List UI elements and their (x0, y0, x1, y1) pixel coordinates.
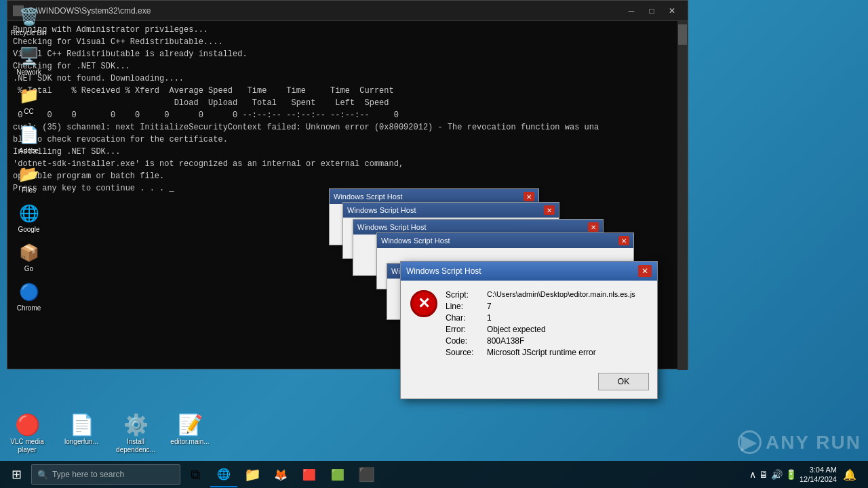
ghost-titlebar-1: Windows Script Host ✕ (343, 203, 559, 218)
source-label: Source: (446, 348, 483, 357)
line-row: Line: 7 (446, 302, 648, 311)
search-placeholder: Type here to search (52, 470, 124, 479)
tray-battery[interactable]: 🔋 (785, 469, 797, 480)
desktop-icon-img-6: 📦 (18, 242, 40, 264)
main-dialog-title: Windows Script Host (406, 266, 638, 276)
bottom-icon-1[interactable]: 📄 longerfun... (58, 411, 105, 454)
desktop-icon-chrome[interactable]: 🔵 Chrome (3, 279, 54, 315)
error-icon: ✕ (410, 290, 437, 317)
bottom-icon-img-2: ⚙️ (122, 411, 149, 438)
cmd-line: 0 0 0 0 0 0 0 0 --:--:-- --:--:-- --:--:… (13, 109, 682, 121)
tray-volume[interactable]: 🔊 (771, 469, 783, 480)
cmd-line: ble to check revocation for the certific… (13, 134, 682, 146)
cmd-line: 'dotnet-sdk-installer.exe' is not recogn… (13, 158, 682, 170)
desktop-icon-img-0: 🗑️ (18, 6, 40, 28)
window-controls: ─ □ ✕ (621, 4, 682, 18)
code-row: Code: 800A138F (446, 336, 648, 346)
edge-taskbar[interactable]: 🌐 (210, 462, 237, 487)
cmd-content: Running with Administrator privileges...… (7, 21, 688, 197)
desktop-icon-img-3: 📄 (18, 124, 40, 146)
start-button[interactable]: ⊞ (3, 461, 30, 488)
ghost-close-2[interactable]: ✕ (588, 222, 599, 232)
maximize-button[interactable]: □ (642, 4, 662, 18)
bottom-icon-img-3: 📝 (176, 411, 203, 438)
desktop-icon-label-6: Go (24, 265, 33, 273)
bottom-icon-3[interactable]: 📝 editor.main... (166, 411, 214, 454)
cmd-titlebar: ■ C:\WINDOWS\System32\cmd.exe ─ □ ✕ (7, 1, 688, 21)
minimize-button[interactable]: ─ (621, 4, 642, 18)
close-button[interactable]: ✕ (662, 4, 682, 18)
char-row: Char: 1 (446, 313, 648, 323)
taskbar-search[interactable]: 🔍 Type here to search (31, 464, 180, 485)
firefox-taskbar[interactable]: 🦊 (267, 462, 294, 487)
cmd-scrollbar-thumb (678, 24, 687, 45)
anyrun-watermark: ▶ ANY RUN (738, 430, 861, 454)
bottom-icon-label-0: VLC media player (3, 438, 51, 454)
ghost-title-3: Windows Script Host (381, 237, 618, 245)
source-value: Microsoft JScript runtime error (487, 348, 596, 357)
taskbar-right: ∧ 🖥 🔊 🔋 3:04 AM 12/14/2024 🔔 (749, 462, 865, 487)
taskbar: ⊞ 🔍 Type here to search ⧉ 🌐 📁 🦊 🟥 🟩 ⬛ ∧ … (0, 461, 868, 488)
dialog-details: Script: C:\Users\admin\Desktop\editor.ma… (446, 290, 648, 359)
desktop-icon-go[interactable]: 📦 Go (3, 239, 54, 276)
script-value: C:\Users\admin\Desktop\editor.main.nls.e… (487, 290, 635, 300)
cmd-taskbar[interactable]: ⬛ (353, 462, 380, 487)
anyrun-play-icon: ▶ (738, 430, 762, 454)
desktop-icon-google[interactable]: 🌐 Google (3, 200, 54, 237)
tray-expand[interactable]: ∧ (749, 469, 756, 480)
system-tray: ∧ 🖥 🔊 🔋 (749, 469, 797, 480)
cmd-line: Checking for .NET SDK... (13, 60, 682, 73)
desktop-icon-network[interactable]: 🖥️ Network (3, 43, 54, 79)
anyrun-text: ANY RUN (766, 432, 861, 453)
desktop-icons-bottom: 🔴 VLC media player 📄 longerfun... ⚙️ Ins… (3, 411, 214, 454)
notification-button[interactable]: 🔔 (840, 462, 860, 487)
main-dialog-titlebar: Windows Script Host ✕ (401, 262, 657, 281)
script-label: Script: (446, 290, 483, 300)
explorer-taskbar[interactable]: 📁 (239, 462, 266, 487)
bottom-icon-2[interactable]: ⚙️ Install dependenc... (112, 411, 159, 454)
bottom-icon-label-3: editor.main... (170, 438, 209, 446)
ok-button[interactable]: OK (598, 373, 649, 390)
bottom-icon-img-0: 🔴 (14, 411, 41, 438)
desktop-icon-label-0: Recycle Bin (11, 29, 47, 37)
ghost-titlebar-3: Windows Script Host ✕ (377, 233, 633, 248)
taskview-button[interactable]: ⧉ (182, 462, 209, 487)
ghost-title-2: Windows Script Host (357, 223, 588, 231)
cmd-title: C:\WINDOWS\System32\cmd.exe (28, 6, 617, 16)
desktop-icon-img-4: 📂 (18, 163, 40, 185)
cmd-scrollbar[interactable] (677, 21, 688, 370)
desktop-icon-adobe[interactable]: 📄 Adobe (3, 121, 54, 158)
cmd-line: Visual C++ Redistributable is already in… (13, 48, 682, 60)
ghost-close-1[interactable]: ✕ (544, 205, 555, 215)
desktop-icon-label-5: Google (18, 226, 39, 234)
cmd-line: curl: (35) schannel: next InitializeSecu… (13, 121, 682, 134)
desktop-icon-img-5: 🌐 (18, 203, 40, 224)
desktop-icon-files[interactable]: 📂 Files (3, 161, 54, 197)
cmd-line: Checking for Visual C++ Redistributable.… (13, 36, 682, 48)
desktop-icon-img-7: 🔵 (18, 281, 40, 303)
ghost-title-1: Windows Script Host (347, 206, 544, 214)
error-label: Error: (446, 325, 483, 334)
tray-network[interactable]: 🖥 (759, 469, 768, 480)
code-value: 800A138F (487, 336, 524, 346)
desktop: ■ C:\WINDOWS\System32\cmd.exe ─ □ ✕ Runn… (0, 0, 868, 488)
bottom-icon-0[interactable]: 🔴 VLC media player (3, 411, 51, 454)
system-clock[interactable]: 3:04 AM 12/14/2024 (800, 465, 837, 485)
desktop-icon-label-3: Adobe (19, 147, 39, 155)
app1-taskbar[interactable]: 🟥 (296, 462, 323, 487)
ghost-title-0: Windows Script Host (334, 192, 524, 201)
bottom-icon-label-2: Install dependenc... (112, 438, 159, 454)
cmd-line: Dload Upload Total Spent Left Speed (13, 97, 682, 109)
ghost-close-3[interactable]: ✕ (618, 236, 629, 245)
desktop-icon-cc[interactable]: 📁 CC (3, 82, 54, 119)
main-dialog-close-button[interactable]: ✕ (638, 265, 652, 277)
desktop-icon-recycle-bin[interactable]: 🗑️ Recycle Bin (3, 3, 54, 40)
code-label: Code: (446, 336, 483, 346)
dialog-footer: OK (401, 369, 657, 399)
ghost-close-0[interactable]: ✕ (524, 192, 534, 201)
bottom-icon-img-1: 📄 (68, 411, 95, 438)
app2-taskbar[interactable]: 🟩 (324, 462, 351, 487)
desktop-icon-img-1: 🖥️ (18, 45, 40, 67)
clock-time: 3:04 AM (800, 465, 837, 474)
main-dialog: Windows Script Host ✕ ✕ Script: C:\Users… (400, 261, 658, 399)
